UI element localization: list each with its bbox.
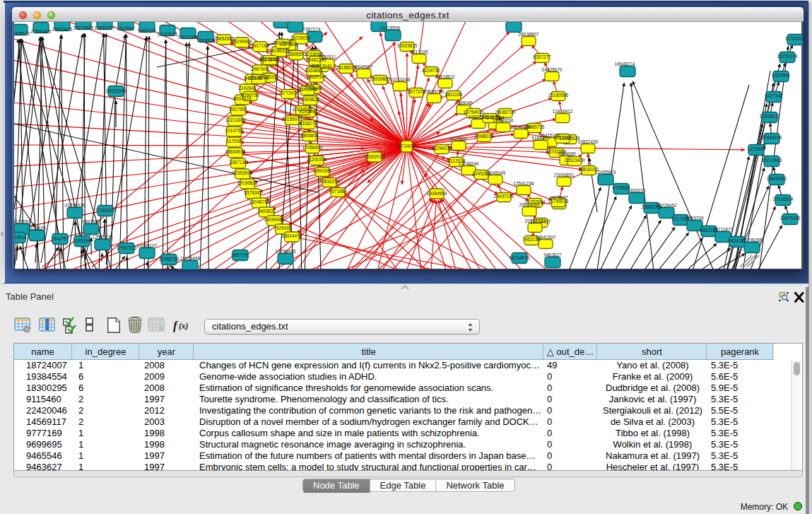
svg-text:11751034: 11751034 bbox=[785, 36, 804, 41]
svg-text:3677374: 3677374 bbox=[407, 89, 425, 94]
svg-text:28159979: 28159979 bbox=[282, 117, 302, 122]
svg-text:4389045: 4389045 bbox=[454, 100, 473, 105]
svg-text:16782759: 16782759 bbox=[159, 257, 180, 262]
svg-text:21200396: 21200396 bbox=[307, 157, 327, 162]
svg-text:26939869: 26939869 bbox=[370, 76, 391, 81]
svg-text:12353594: 12353594 bbox=[233, 170, 253, 175]
svg-text:23188315: 23188315 bbox=[336, 65, 357, 70]
svg-text:7357274: 7357274 bbox=[302, 27, 321, 32]
svg-text:7515526: 7515526 bbox=[196, 38, 215, 43]
svg-text:14099485: 14099485 bbox=[264, 217, 285, 222]
svg-text:22806503: 22806503 bbox=[286, 52, 307, 57]
svg-text:1215958: 1215958 bbox=[747, 146, 765, 151]
svg-text:15180586: 15180586 bbox=[548, 93, 569, 98]
svg-text:1156829: 1156829 bbox=[28, 226, 46, 230]
svg-text:13754919: 13754919 bbox=[464, 110, 484, 115]
svg-text:10228452: 10228452 bbox=[657, 203, 677, 208]
svg-text:28038807: 28038807 bbox=[519, 32, 539, 37]
svg-text:10653267: 10653267 bbox=[95, 25, 115, 30]
svg-text:16648274: 16648274 bbox=[615, 62, 635, 66]
svg-text:19166825: 19166825 bbox=[237, 180, 258, 185]
svg-text:1999828: 1999828 bbox=[301, 97, 319, 102]
svg-text:13226058: 13226058 bbox=[290, 35, 311, 40]
svg-text:10710248: 10710248 bbox=[390, 77, 411, 82]
svg-text:10837430: 10837430 bbox=[578, 139, 599, 144]
svg-text:3267130: 3267130 bbox=[229, 160, 247, 165]
svg-text:20772475: 20772475 bbox=[278, 90, 299, 95]
svg-text:13045349: 13045349 bbox=[486, 170, 506, 175]
svg-text:19299464: 19299464 bbox=[232, 39, 252, 44]
svg-text:8336273: 8336273 bbox=[299, 121, 317, 126]
svg-text:24425670: 24425670 bbox=[542, 67, 563, 72]
svg-text:17956909: 17956909 bbox=[302, 145, 323, 150]
svg-text:20913416: 20913416 bbox=[52, 27, 73, 32]
svg-text:18273645: 18273645 bbox=[73, 25, 94, 30]
svg-text:3493822: 3493822 bbox=[257, 209, 276, 214]
svg-text:12213383: 12213383 bbox=[225, 117, 246, 122]
svg-text:19654935: 19654935 bbox=[225, 149, 246, 154]
svg-text:27691406: 27691406 bbox=[31, 29, 52, 34]
svg-text:16072954: 16072954 bbox=[298, 87, 318, 92]
svg-text:10334531: 10334531 bbox=[293, 107, 313, 112]
svg-text:3915914: 3915914 bbox=[14, 235, 27, 240]
svg-text:26618611: 26618611 bbox=[435, 74, 456, 79]
svg-text:3917183: 3917183 bbox=[251, 43, 269, 48]
svg-text:1839221: 1839221 bbox=[628, 188, 646, 193]
svg-text:5578342: 5578342 bbox=[244, 190, 262, 195]
svg-text:12444159: 12444159 bbox=[762, 135, 782, 140]
svg-text:f: f bbox=[173, 319, 179, 332]
svg-text:19234676: 19234676 bbox=[510, 255, 530, 260]
svg-text:19832259: 19832259 bbox=[319, 179, 340, 184]
svg-text:18724007: 18724007 bbox=[396, 144, 417, 148]
svg-text:28082730: 28082730 bbox=[495, 110, 516, 115]
svg-text:8396759: 8396759 bbox=[241, 93, 259, 98]
svg-text:2242848: 2242848 bbox=[238, 86, 257, 90]
svg-text:15076749: 15076749 bbox=[249, 76, 269, 81]
svg-text:13786485: 13786485 bbox=[276, 249, 296, 254]
svg-text:117008: 117008 bbox=[226, 139, 242, 144]
svg-text:10719155: 10719155 bbox=[158, 32, 178, 37]
svg-text:12875345: 12875345 bbox=[780, 216, 801, 221]
svg-text:13748244: 13748244 bbox=[459, 161, 479, 166]
svg-text:8646997: 8646997 bbox=[355, 64, 373, 69]
svg-text:9463627: 9463627 bbox=[543, 252, 562, 257]
svg-text:10046766: 10046766 bbox=[249, 199, 270, 204]
svg-text:6357277: 6357277 bbox=[533, 54, 551, 59]
svg-text:28830202: 28830202 bbox=[579, 167, 599, 172]
svg-text:1527602: 1527602 bbox=[117, 26, 135, 31]
svg-text:1145194: 1145194 bbox=[73, 238, 91, 243]
svg-text:12416912: 12416912 bbox=[553, 109, 573, 114]
svg-text:3333883: 3333883 bbox=[305, 68, 323, 73]
svg-text:29914085: 29914085 bbox=[519, 202, 540, 207]
svg-text:3644095: 3644095 bbox=[558, 151, 576, 156]
svg-text:19384554: 19384554 bbox=[427, 191, 447, 196]
svg-text:29437192: 29437192 bbox=[494, 194, 514, 199]
svg-text:2942757: 2942757 bbox=[51, 236, 69, 241]
svg-text:23706266: 23706266 bbox=[742, 238, 763, 243]
svg-text:12405572: 12405572 bbox=[14, 31, 30, 36]
svg-text:9329965: 9329965 bbox=[772, 73, 790, 78]
svg-text:9227342: 9227342 bbox=[765, 93, 783, 98]
svg-text:17359924: 17359924 bbox=[95, 208, 116, 213]
svg-text:1890399: 1890399 bbox=[313, 168, 331, 173]
svg-text:9857791: 9857791 bbox=[231, 252, 249, 257]
svg-text:20206536: 20206536 bbox=[65, 203, 86, 208]
svg-text:12093872: 12093872 bbox=[760, 114, 780, 119]
svg-text:5188470: 5188470 bbox=[531, 136, 550, 141]
svg-text:7625402: 7625402 bbox=[273, 226, 292, 230]
svg-text:1010755: 1010755 bbox=[225, 128, 243, 133]
svg-text:24641507: 24641507 bbox=[536, 235, 556, 240]
svg-text:29699700: 29699700 bbox=[424, 89, 445, 94]
svg-text:19523409: 19523409 bbox=[565, 158, 585, 163]
svg-text:1125061: 1125061 bbox=[14, 219, 31, 224]
svg-text:8927552: 8927552 bbox=[229, 107, 247, 112]
svg-text:20372723: 20372723 bbox=[525, 218, 546, 223]
svg-text:29053346: 29053346 bbox=[106, 88, 126, 93]
svg-text:10958107: 10958107 bbox=[137, 243, 158, 248]
svg-text:22330030: 22330030 bbox=[493, 118, 514, 123]
svg-text:12294238: 12294238 bbox=[432, 146, 452, 151]
svg-text:6457765: 6457765 bbox=[553, 135, 572, 140]
svg-text:2537611: 2537611 bbox=[319, 54, 336, 59]
svg-text:8811165: 8811165 bbox=[445, 92, 463, 97]
svg-text:12505135: 12505135 bbox=[93, 235, 113, 240]
